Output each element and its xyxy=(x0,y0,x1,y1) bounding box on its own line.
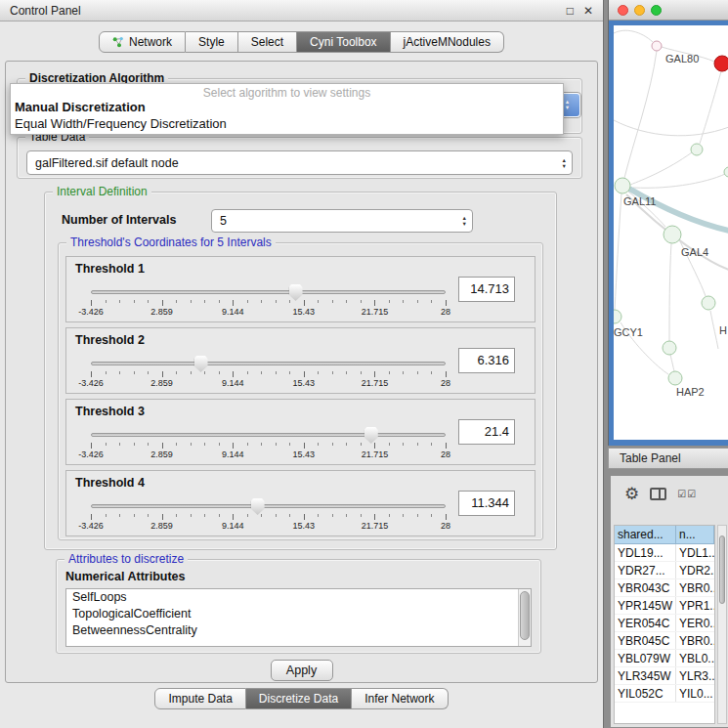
close-icon[interactable]: ✕ xyxy=(583,4,593,18)
columns-icon[interactable] xyxy=(650,488,666,500)
slider-track[interactable] xyxy=(91,504,446,508)
table-cell: YBL0... xyxy=(676,650,714,666)
network-icon xyxy=(112,36,124,48)
table-row[interactable]: YDR27...YDR2... xyxy=(615,562,714,579)
scale-label: 21.715 xyxy=(362,378,389,388)
network-node-gcy1[interactable] xyxy=(614,310,621,323)
tab-impute-data[interactable]: Impute Data xyxy=(154,688,245,709)
tab-network[interactable]: Network xyxy=(99,31,186,53)
scale-label: 28 xyxy=(441,378,450,388)
network-node-gal11[interactable] xyxy=(615,178,630,193)
table-row[interactable]: YLR345WYLR3... xyxy=(615,667,714,685)
slider-track[interactable] xyxy=(91,433,446,437)
network-node-gal80[interactable] xyxy=(652,41,662,51)
table-cell: YER0... xyxy=(676,615,714,631)
combo-stepper-icon[interactable]: ▲ ▼ xyxy=(462,216,467,227)
table-scrollbar[interactable] xyxy=(717,525,727,724)
threshold-label: Threshold 4 xyxy=(75,476,145,490)
slider-ticks xyxy=(91,443,446,449)
scale-label: 2.859 xyxy=(150,378,173,388)
table-cell: YLR3... xyxy=(676,667,714,684)
network-view-window: GAL80 GAL11 GAL4 GCY1 HAP2 H xyxy=(608,0,728,446)
table-row[interactable]: YBL079WYBL0... xyxy=(615,650,714,667)
table-row[interactable]: YDL19...YDL1... xyxy=(615,544,714,562)
threshold-value-field[interactable]: 11.344 xyxy=(458,491,515,516)
algorithm-options: Manual DiscretizationEqual Width/Frequen… xyxy=(11,99,563,132)
apply-button[interactable]: Apply xyxy=(271,660,333,681)
float-window-icon[interactable]: □ xyxy=(567,4,574,18)
control-panel-window: Control Panel □ ✕ NetworkStyleSelectCyni… xyxy=(0,0,604,728)
attribute-item[interactable]: SelfLoops xyxy=(66,589,531,606)
algorithm-option[interactable]: Equal Width/Frequency Discretization xyxy=(11,115,563,132)
scale-label: 21.715 xyxy=(362,521,389,531)
tab-jactivemnodules[interactable]: jActiveMNodules xyxy=(391,31,504,53)
scale-label: -3.426 xyxy=(78,521,104,531)
threshold-value-field[interactable]: 6.316 xyxy=(458,348,515,373)
table-row[interactable]: YIL052CYIL0... xyxy=(615,685,714,703)
threshold-value-field[interactable]: 21.4 xyxy=(458,419,515,445)
zoom-traffic-light-icon[interactable] xyxy=(651,5,662,16)
table-row[interactable]: YPR145WYPR1... xyxy=(615,597,714,615)
threshold-slider[interactable]: -3.4262.8599.14415.4321.71528 xyxy=(91,427,446,460)
network-node-hap2[interactable] xyxy=(668,371,682,385)
table-row[interactable]: YER054CYER0... xyxy=(615,615,714,632)
close-traffic-light-icon[interactable] xyxy=(618,5,628,16)
node-label-partial: H xyxy=(719,324,727,336)
network-window-titlebar[interactable] xyxy=(609,0,728,21)
network-node-gal4[interactable] xyxy=(664,226,681,243)
network-node-red-selected[interactable] xyxy=(714,56,728,71)
table-row[interactable]: YBR045CYBR0... xyxy=(615,632,714,650)
table-cell: YPR145W xyxy=(615,597,676,614)
attribute-item[interactable]: TopologicalCoefficient xyxy=(66,606,531,622)
attributes-group-label: Attributes to discretize xyxy=(64,552,188,566)
table-body: YDL19...YDL1...YDR27...YDR2...YBR043CYBR… xyxy=(615,544,714,703)
table-toolbar: ⚙ ☑☑ xyxy=(611,476,728,511)
threshold-slider[interactable]: -3.4262.8599.14415.4321.71528 xyxy=(91,498,446,532)
select-columns-checkboxes-icon[interactable]: ☑☑ xyxy=(677,489,697,499)
column-header[interactable]: shared... xyxy=(615,526,676,544)
tab-select[interactable]: Select xyxy=(238,31,297,53)
slider-thumb[interactable] xyxy=(289,284,303,301)
column-header[interactable]: n... xyxy=(676,526,714,544)
minimize-traffic-light-icon[interactable] xyxy=(634,5,645,16)
thresholds-list: Threshold 1-3.4262.8599.14415.4321.71528… xyxy=(59,256,542,541)
network-node[interactable] xyxy=(663,341,676,355)
scale-label: 28 xyxy=(441,450,450,459)
tab-cyni-toolbox[interactable]: Cyni Toolbox xyxy=(297,31,390,53)
threshold-slider[interactable]: -3.4262.8599.14415.4321.71528 xyxy=(91,284,446,318)
threshold-slider[interactable]: -3.4262.8599.14415.4321.71528 xyxy=(91,356,446,389)
scale-label: 15.43 xyxy=(293,450,316,459)
scrollbar-thumb[interactable] xyxy=(520,591,530,640)
table-cell: YDL1... xyxy=(676,544,714,561)
table-data-select[interactable]: galFiltered.sif default node ▲ ▼ xyxy=(26,150,573,175)
algorithm-option[interactable]: Manual Discretization xyxy=(11,99,563,115)
slider-track[interactable] xyxy=(91,362,446,365)
tab-infer-network[interactable]: Infer Network xyxy=(352,688,448,709)
network-node[interactable] xyxy=(702,296,715,310)
network-selected-frame: GAL80 GAL11 GAL4 GCY1 HAP2 H xyxy=(609,21,728,446)
network-node[interactable] xyxy=(691,144,703,155)
numerical-attributes-list[interactable]: SelfLoopsTopologicalCoefficientBetweenne… xyxy=(65,588,532,647)
attribute-item[interactable]: BetweennessCentrality xyxy=(66,622,531,639)
scrollbar-thumb[interactable] xyxy=(719,535,725,604)
tab-label: Style xyxy=(198,35,225,49)
table-panel-titlebar[interactable]: Table Panel xyxy=(608,448,728,469)
slider-thumb[interactable] xyxy=(194,356,208,372)
network-node[interactable] xyxy=(724,167,728,177)
threshold-value-field[interactable]: 14.713 xyxy=(458,277,515,302)
tab-style[interactable]: Style xyxy=(186,31,238,53)
scale-label: 2.859 xyxy=(150,521,173,531)
window-title: Control Panel xyxy=(10,4,81,18)
number-of-intervals-select[interactable]: 5 ▲ ▼ xyxy=(211,209,473,233)
tab-discretize-data[interactable]: Discretize Data xyxy=(246,688,352,709)
slider-track[interactable] xyxy=(91,290,446,294)
threshold-label: Threshold 1 xyxy=(75,262,145,276)
gear-icon[interactable]: ⚙ xyxy=(624,486,639,502)
slider-thumb[interactable] xyxy=(364,427,378,444)
attributes-scrollbar[interactable] xyxy=(518,589,531,646)
slider-thumb[interactable] xyxy=(251,498,265,515)
table-row[interactable]: YBR043CYBR0... xyxy=(615,579,714,597)
combo-stepper-icon[interactable]: ▲ ▼ xyxy=(562,157,567,168)
control-panel-titlebar[interactable]: Control Panel □ ✕ xyxy=(0,0,603,21)
network-canvas[interactable]: GAL80 GAL11 GAL4 GCY1 HAP2 H xyxy=(614,25,728,440)
